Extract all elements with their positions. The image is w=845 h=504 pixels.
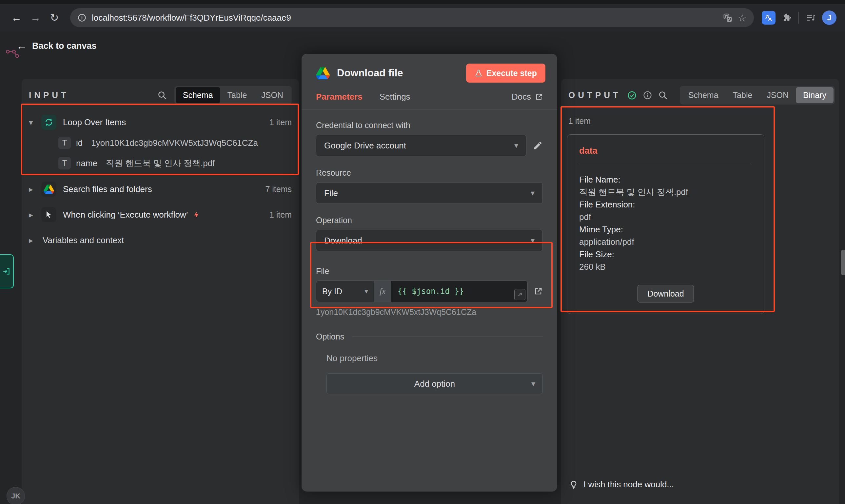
input-node-search-files[interactable]: ▸ Search files and folders 7 items xyxy=(22,179,299,200)
output-tab-table[interactable]: Table xyxy=(726,87,760,103)
manual-trigger-node-icon xyxy=(41,207,56,222)
forward-icon[interactable]: → xyxy=(28,12,43,24)
reload-icon[interactable]: ↻ xyxy=(47,12,62,24)
credential-select[interactable]: Google Drive account ▾ xyxy=(316,135,526,156)
right-panel-handle[interactable] xyxy=(841,250,845,275)
input-panel-toggle[interactable] xyxy=(0,254,14,288)
google-drive-icon xyxy=(316,67,330,79)
extensions-puzzle-icon[interactable] xyxy=(782,13,792,23)
output-tab-json[interactable]: JSON xyxy=(759,87,796,103)
output-search-icon[interactable] xyxy=(658,90,668,100)
operation-select[interactable]: Download ▾ xyxy=(316,230,543,251)
edit-credential-pencil-icon[interactable] xyxy=(533,141,543,150)
execute-step-label: Execute step xyxy=(486,69,537,78)
resource-select[interactable]: File ▾ xyxy=(316,182,543,204)
url-text[interactable]: localhost:5678/workflow/Ff3QDYrEusViRqqe… xyxy=(92,13,291,23)
canvas-avatar: JK xyxy=(6,487,25,504)
output-view-tabs: Schema Table JSON Binary xyxy=(680,86,835,105)
chevron-down-icon[interactable]: ▾ xyxy=(29,118,41,127)
file-name-value: 직원 핸드북 및 인사 정책.pdf xyxy=(579,186,752,198)
input-tab-schema[interactable]: Schema xyxy=(176,87,220,103)
search-files-node-count: 7 items xyxy=(265,184,292,194)
resource-label: Resource xyxy=(316,168,543,178)
input-search-icon[interactable] xyxy=(157,90,167,100)
input-panel: INPUT Schema Table JSON ▾ Loop Over Item… xyxy=(22,79,299,504)
translate-icon[interactable] xyxy=(723,13,733,23)
chevron-right-icon[interactable]: ▸ xyxy=(29,184,41,194)
expand-expression-icon[interactable] xyxy=(514,289,525,300)
add-option-label: Add option xyxy=(414,379,455,389)
input-variables-and-context[interactable]: ▸ Variables and context xyxy=(22,230,299,251)
input-tab-json[interactable]: JSON xyxy=(254,87,290,103)
input-field-id[interactable]: T id 1yon10K1dc3gb9cMVKW5xtJ3Wq5C61CZa xyxy=(22,133,299,153)
field-key: id xyxy=(76,138,83,148)
back-icon[interactable]: ← xyxy=(8,12,24,24)
chevron-right-icon[interactable]: ▸ xyxy=(29,236,41,245)
chevron-down-icon: ▾ xyxy=(364,287,368,295)
file-label: File xyxy=(316,266,543,276)
browser-chrome: ← → ↻ localhost:5678/workflow/Ff3QDYrEus… xyxy=(0,0,845,32)
node-feedback[interactable]: I wish this node would... xyxy=(569,480,674,490)
output-tab-binary[interactable]: Binary xyxy=(796,87,833,103)
options-label: Options xyxy=(316,332,344,341)
mime-type-value: application/pdf xyxy=(579,236,752,248)
browser-profile-avatar[interactable]: J xyxy=(822,11,837,25)
operation-value: Download xyxy=(324,236,362,246)
output-panel: OUTPUT Schema Table JSON Binary 1 item d… xyxy=(561,79,839,504)
fx-badge[interactable]: fx xyxy=(374,281,391,302)
loop-node-icon xyxy=(41,115,56,130)
tab-docs[interactable]: Docs xyxy=(512,92,543,102)
google-drive-node-icon xyxy=(41,182,56,197)
back-to-canvas-label: Back to canvas xyxy=(32,41,97,51)
lightbulb-icon xyxy=(569,480,578,489)
search-files-node-label: Search files and folders xyxy=(63,184,152,194)
chevron-down-icon: ▾ xyxy=(514,141,518,150)
file-mode-select[interactable]: By ID ▾ xyxy=(316,281,374,302)
output-tab-schema[interactable]: Schema xyxy=(681,87,726,103)
chevron-down-icon: ▾ xyxy=(531,236,535,245)
node-detail-view: Download file Execute step Parameters Se… xyxy=(302,54,557,491)
credential-value: Google Drive account xyxy=(324,141,406,151)
operation-label: Operation xyxy=(316,216,543,225)
output-panel-title: OUTPUT xyxy=(568,90,621,100)
credential-label: Credential to connect with xyxy=(316,121,543,130)
open-resource-external-link-icon[interactable] xyxy=(534,287,543,296)
input-node-loop-over-items[interactable]: ▾ Loop Over Items 1 item xyxy=(22,112,299,133)
docs-label: Docs xyxy=(512,92,531,102)
url-bar[interactable]: localhost:5678/workflow/Ff3QDYrEusViRqqe… xyxy=(70,8,754,27)
field-key: name xyxy=(76,158,97,168)
bookmark-star-icon[interactable]: ☆ xyxy=(738,12,747,23)
file-size-value: 260 kB xyxy=(579,260,752,273)
media-queue-icon[interactable] xyxy=(806,13,815,23)
chrome-divider xyxy=(798,12,799,23)
tab-strip xyxy=(0,0,845,4)
chevron-down-icon: ▾ xyxy=(531,379,535,388)
field-value: 직원 핸드북 및 인사 정책.pdf xyxy=(106,158,215,169)
string-type-icon: T xyxy=(58,157,71,169)
external-link-icon xyxy=(535,93,543,101)
input-node-manual-trigger[interactable]: ▸ When clicking ‘Execute workflow’ 1 ite… xyxy=(22,204,299,225)
file-expression-input[interactable]: {{ $json.id }} xyxy=(391,281,528,302)
input-field-name[interactable]: T name 직원 핸드북 및 인사 정책.pdf xyxy=(22,153,299,173)
info-icon[interactable] xyxy=(643,90,652,100)
output-item-count: 1 item xyxy=(568,116,839,126)
download-button[interactable]: Download xyxy=(637,285,694,303)
chevron-right-icon[interactable]: ▸ xyxy=(29,210,41,219)
translate-extension-icon[interactable] xyxy=(762,11,775,24)
lightning-icon xyxy=(193,210,201,219)
screen: ← → ↻ localhost:5678/workflow/Ff3QDYrEus… xyxy=(0,0,845,504)
input-panel-title: INPUT xyxy=(29,90,69,100)
binary-data-card: data File Name: 직원 핸드북 및 인사 정책.pdf File … xyxy=(567,134,765,314)
evaluated-expression-value: 1yon10K1dc3gb9cMVKW5xtJ3Wq5C61CZa xyxy=(316,307,543,317)
execute-step-button[interactable]: Execute step xyxy=(466,64,545,83)
add-option-button[interactable]: Add option ▾ xyxy=(326,373,543,394)
resource-value: File xyxy=(324,188,338,198)
binary-divider xyxy=(579,164,752,164)
site-info-icon[interactable] xyxy=(77,13,87,22)
input-tab-table[interactable]: Table xyxy=(220,87,254,103)
back-to-canvas[interactable]: ← Back to canvas xyxy=(16,40,97,52)
mime-type-label: Mime Type: xyxy=(579,223,752,236)
tab-settings[interactable]: Settings xyxy=(380,92,410,102)
loop-node-count: 1 item xyxy=(269,118,292,127)
tab-parameters[interactable]: Parameters xyxy=(316,92,362,102)
